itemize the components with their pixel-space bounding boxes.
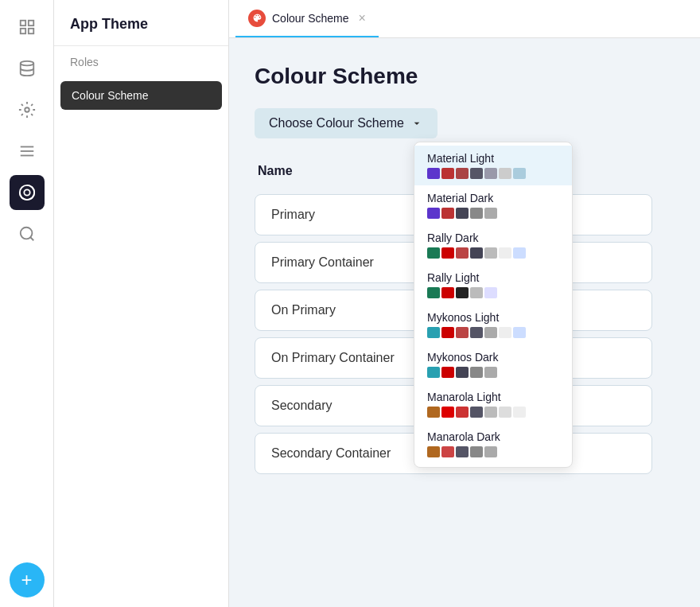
swatch [456, 208, 469, 219]
swatch [513, 407, 526, 418]
swatch [484, 407, 497, 418]
swatch [484, 327, 497, 338]
swatch [470, 208, 483, 219]
dropdown-menu: Material Light Material Dark [414, 142, 573, 468]
tab-label: Colour Scheme [272, 12, 349, 25]
swatches-rally-light [427, 287, 559, 298]
scheme-name-rally-dark: Rally Dark [427, 232, 559, 244]
swatch [427, 247, 440, 259]
swatch [484, 446, 497, 457]
sidebar-icon-search[interactable] [10, 216, 45, 251]
swatch [470, 327, 483, 338]
page-content: Colour Scheme Choose Colour Scheme Mater… [229, 38, 700, 607]
swatch [470, 168, 483, 179]
swatch [427, 367, 440, 378]
swatches-rally-dark [427, 247, 559, 259]
swatch [470, 247, 483, 259]
tab-bar: Colour Scheme × [229, 0, 700, 38]
nav-panel: App Theme Roles Colour Scheme [54, 0, 229, 607]
swatch [441, 407, 454, 418]
scheme-name-material-dark: Material Dark [427, 192, 559, 204]
svg-rect-1 [28, 21, 33, 25]
swatch [427, 168, 440, 179]
swatch [427, 287, 440, 298]
swatches-material-dark [427, 208, 559, 219]
nav-item-colour-scheme[interactable]: Colour Scheme [60, 81, 222, 110]
chevron-down-icon [410, 117, 423, 130]
swatch [427, 208, 440, 219]
sidebar-icon-theme[interactable] [10, 175, 45, 210]
choose-scheme-label: Choose Colour Scheme [269, 116, 404, 130]
swatch [456, 327, 469, 338]
swatch [441, 287, 454, 298]
dropdown-item-rally-light[interactable]: Rally Light [414, 265, 572, 305]
nav-panel-title: App Theme [54, 0, 228, 46]
sidebar-icon-list[interactable] [10, 134, 45, 169]
swatch [456, 247, 469, 259]
page-title: Colour Scheme [255, 64, 675, 89]
swatch [441, 367, 454, 378]
svg-rect-3 [28, 29, 33, 33]
dropdown-item-mykonos-dark[interactable]: Mykonos Dark [414, 344, 572, 384]
swatch [484, 367, 497, 378]
svg-point-10 [24, 189, 29, 195]
swatch [427, 407, 440, 418]
swatches-manarola-light [427, 407, 559, 418]
swatch [470, 287, 483, 298]
swatches-mykonos-light [427, 327, 559, 338]
swatch [499, 168, 511, 179]
svg-rect-2 [20, 29, 25, 33]
scheme-name-manarola-dark: Manarola Dark [427, 430, 559, 443]
dropdown-item-manarola-dark[interactable]: Manarola Dark [414, 424, 572, 464]
swatch [470, 446, 483, 457]
swatch [441, 327, 454, 338]
scheme-name-rally-light: Rally Light [427, 271, 559, 284]
swatch [470, 367, 483, 378]
choose-scheme-button[interactable]: Choose Colour Scheme [255, 108, 438, 138]
swatch [456, 446, 469, 457]
dropdown-item-material-dark[interactable]: Material Dark [414, 185, 572, 225]
scheme-name-manarola-light: Manarola Light [427, 391, 559, 403]
swatch [484, 208, 497, 219]
swatch [456, 367, 469, 378]
swatch [456, 287, 469, 298]
dropdown-container: Choose Colour Scheme Material Light [255, 108, 438, 138]
scheme-name-mykonos-dark: Mykonos Dark [427, 351, 559, 364]
swatch [513, 168, 526, 179]
dropdown-item-mykonos-light[interactable]: Mykonos Light [414, 305, 572, 344]
svg-point-11 [20, 228, 32, 239]
nav-item-roles[interactable]: Roles [54, 46, 228, 78]
add-button[interactable]: + [10, 562, 45, 597]
swatch [456, 407, 469, 418]
swatch [499, 327, 511, 338]
swatch [441, 247, 454, 259]
swatches-manarola-dark [427, 446, 559, 457]
swatch [499, 407, 511, 418]
sidebar-icon-settings[interactable] [10, 92, 45, 127]
main-content: Colour Scheme × Colour Scheme Choose Col… [229, 0, 700, 607]
swatch [441, 446, 454, 457]
swatch [499, 247, 511, 259]
swatch [456, 168, 469, 179]
scheme-name-mykonos-light: Mykonos Light [427, 311, 559, 324]
swatch [513, 327, 526, 338]
sidebar-icon-grid[interactable] [10, 10, 45, 45]
sidebar-icon-database[interactable] [10, 51, 45, 86]
svg-line-12 [30, 237, 33, 240]
swatch [484, 247, 497, 259]
swatches-mykonos-dark [427, 367, 559, 378]
swatch [484, 168, 497, 179]
dropdown-item-rally-dark[interactable]: Rally Dark [414, 225, 572, 265]
tab-close-button[interactable]: × [359, 11, 366, 25]
dropdown-item-manarola-light[interactable]: Manarola Light [414, 384, 572, 424]
swatches-material-light [427, 168, 559, 179]
dropdown-item-material-light[interactable]: Material Light [414, 146, 572, 185]
swatch [484, 287, 497, 298]
tab-colour-scheme[interactable]: Colour Scheme × [235, 0, 379, 37]
swatch [441, 208, 454, 219]
svg-point-5 [25, 107, 29, 112]
swatch [441, 168, 454, 179]
svg-rect-0 [20, 21, 25, 25]
svg-point-4 [20, 61, 33, 66]
sidebar: + [0, 0, 54, 607]
